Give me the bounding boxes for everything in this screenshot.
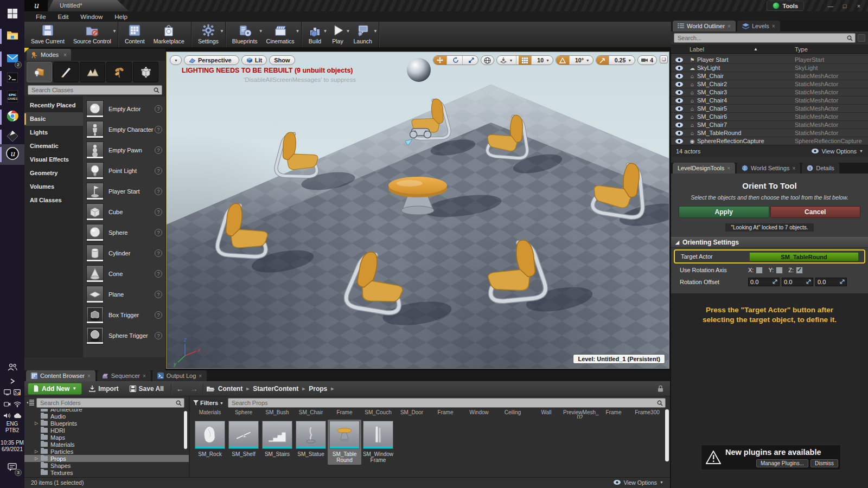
taskbar-language[interactable]: ENGPTB2 xyxy=(0,419,24,436)
placeable-empty-actor[interactable]: Empty Actor? xyxy=(83,99,165,119)
axis-checkbox-y[interactable] xyxy=(776,267,783,274)
menu-help[interactable]: Help xyxy=(108,14,133,20)
world-local-toggle[interactable] xyxy=(481,55,494,65)
breadcrumb-startercontent[interactable]: StarterContent xyxy=(253,385,298,393)
rotation-snap-button[interactable] xyxy=(556,55,570,65)
tab-details[interactable]: iDetails xyxy=(802,163,839,174)
placeable-sphere[interactable]: Sphere? xyxy=(83,222,165,243)
asset-sm_stairs[interactable]: SM_Stairs xyxy=(260,420,294,459)
visibility-eye-icon[interactable] xyxy=(675,82,683,87)
mode-category-lights[interactable]: Lights xyxy=(24,126,83,139)
close-icon[interactable]: × xyxy=(87,373,91,379)
search-folders-input[interactable] xyxy=(39,399,176,407)
add-new-button[interactable]: Add New▼ xyxy=(28,383,82,395)
play-button[interactable]: Play▼ xyxy=(327,22,349,47)
outliner-settings-button[interactable] xyxy=(858,34,865,42)
visibility-eye-icon[interactable] xyxy=(675,114,683,119)
placeable-cone[interactable]: Cone? xyxy=(83,264,165,284)
help-icon[interactable]: ? xyxy=(155,291,162,298)
taskbar-file-explorer[interactable] xyxy=(0,26,24,47)
content-button[interactable]: Content xyxy=(120,22,149,47)
help-icon[interactable]: ? xyxy=(155,249,162,257)
lock-icon[interactable] xyxy=(658,385,663,392)
placeable-box-trigger[interactable]: Box Trigger? xyxy=(83,305,165,325)
menu-file[interactable]: File xyxy=(30,14,52,20)
axis-checkbox-x[interactable] xyxy=(756,267,763,274)
close-button[interactable]: × xyxy=(853,3,865,9)
help-icon[interactable]: ? xyxy=(155,311,162,319)
breadcrumb-content[interactable]: Content xyxy=(218,385,242,393)
dropdown-caret-icon[interactable]: ▼ xyxy=(296,29,300,34)
show-button[interactable]: Show xyxy=(269,55,295,65)
type-column-header[interactable]: Type xyxy=(795,46,808,53)
taskbar-chrome[interactable] xyxy=(0,107,24,127)
folder-audio[interactable]: Audio xyxy=(24,413,189,420)
grid-snap-button[interactable] xyxy=(519,55,532,65)
asset-sm_statue[interactable]: SM_Statue xyxy=(294,420,328,459)
tab-world-outliner[interactable]: World Outliner× xyxy=(673,21,736,31)
level-tab[interactable]: Untitled* xyxy=(48,0,129,11)
asset-grid-scrollbar[interactable] xyxy=(665,409,669,461)
modes-search-input[interactable] xyxy=(30,86,154,94)
placeable-empty-character[interactable]: Empty Character? xyxy=(83,119,165,140)
visibility-eye-icon[interactable] xyxy=(675,131,683,136)
outliner-row-sm_chair2[interactable]: ⌂SM_Chair2StaticMeshActor xyxy=(671,80,868,88)
cancel-button[interactable]: Cancel xyxy=(770,206,861,218)
source-control-button[interactable]: Source Control▼ xyxy=(69,22,116,47)
lit-button[interactable]: Lit xyxy=(241,55,267,65)
outliner-row-sm_chair5[interactable]: ⌂SM_Chair5StaticMeshActor xyxy=(671,105,868,113)
drag-handle-icon[interactable] xyxy=(806,279,811,285)
outliner-row-spherereflectioncapture[interactable]: ◉SphereReflectionCaptureSphereReflection… xyxy=(671,137,868,145)
close-icon[interactable]: × xyxy=(727,23,731,29)
folder-architecture[interactable]: Architecture xyxy=(24,409,189,413)
outliner-row-player-start[interactable]: ⚑Player StartPlayerStart xyxy=(671,56,868,64)
outliner-row-skylight[interactable]: ☁SkyLightSkyLight xyxy=(671,64,868,72)
meet-now-icon[interactable] xyxy=(4,400,11,409)
tab-leveldesigntools[interactable]: LevelDesignTools× xyxy=(673,163,735,174)
placeable-plane[interactable]: Plane? xyxy=(83,284,165,305)
camera-speed-button[interactable]: 4 xyxy=(638,55,656,65)
axis-checkbox-z[interactable] xyxy=(796,267,803,274)
outliner-row-sm_chair6[interactable]: ⌂SM_Chair6StaticMeshActor xyxy=(671,113,868,121)
mode-category-volumes[interactable]: Volumes xyxy=(24,180,83,194)
marketplace-button[interactable]: Marketplace xyxy=(149,22,189,47)
taskbar-people-icon[interactable] xyxy=(0,360,24,374)
help-icon[interactable]: ? xyxy=(155,332,162,339)
build-button[interactable]: Build▼ xyxy=(304,22,327,47)
filters-button[interactable]: Filters▼ xyxy=(193,400,226,406)
dropdown-caret-icon[interactable]: ▼ xyxy=(220,29,224,34)
manage-plugins-button[interactable]: Manage Plugins... xyxy=(756,459,808,467)
paint-mode-button[interactable] xyxy=(53,62,79,82)
folder-hdri[interactable]: HDRI xyxy=(24,427,189,434)
mode-category-cinematic[interactable]: Cinematic xyxy=(24,139,83,153)
drag-handle-icon[interactable] xyxy=(840,279,845,285)
expand-arrow-icon[interactable]: ▷ xyxy=(35,449,38,454)
search-folders[interactable] xyxy=(36,398,184,408)
label-column-header[interactable]: Label xyxy=(671,46,704,53)
save-all-button[interactable]: Save All xyxy=(126,385,168,393)
menu-edit[interactable]: Edit xyxy=(52,14,75,20)
folder-shapes[interactable]: Shapes xyxy=(24,462,189,469)
close-icon[interactable]: × xyxy=(772,23,775,29)
folder-textures[interactable]: Textures xyxy=(24,469,189,476)
asset-sm_table-round[interactable]: SM_Table Round xyxy=(328,420,361,465)
settings-button[interactable]: Settings▼ xyxy=(194,22,223,47)
scale-tool-button[interactable] xyxy=(465,55,478,65)
forward-button[interactable]: → xyxy=(189,384,200,393)
sphere-reflection-capture[interactable] xyxy=(407,58,431,82)
tab-content-browser[interactable]: Content Browser× xyxy=(26,370,95,381)
import-button[interactable]: Import xyxy=(85,385,122,393)
dropdown-caret-icon[interactable]: ▼ xyxy=(373,29,378,34)
blueprints-button[interactable]: Blueprints▼ xyxy=(228,22,262,47)
outliner-row-sm_chair4[interactable]: ⌂SM_Chair4StaticMeshActor xyxy=(671,97,868,105)
folder-tree-scrollbar[interactable] xyxy=(184,411,187,449)
surface-snap-button[interactable]: ▼ xyxy=(497,55,516,65)
display-icon[interactable] xyxy=(4,388,11,397)
modes-tab[interactable]: Modes × xyxy=(27,49,71,61)
placeable-sphere-trigger[interactable]: Sphere Trigger? xyxy=(83,325,165,346)
taskbar-mail[interactable]: 2 xyxy=(0,49,24,69)
maximize-button[interactable]: □ xyxy=(839,3,851,9)
close-icon[interactable]: × xyxy=(727,165,730,171)
visibility-eye-icon[interactable] xyxy=(675,106,683,111)
perspective-button[interactable]: Perspective xyxy=(184,55,239,65)
